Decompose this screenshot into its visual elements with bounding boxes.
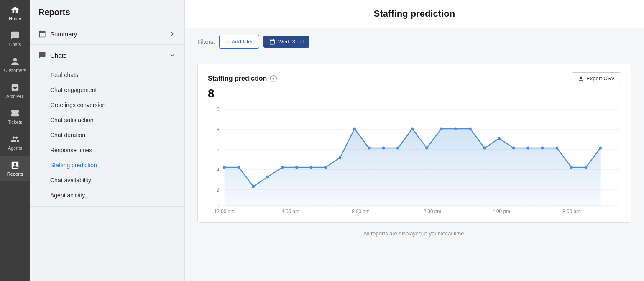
svg-text:2: 2 <box>217 186 220 193</box>
page-title: Staffing prediction <box>185 0 644 28</box>
svg-text:12:00 pm: 12:00 pm <box>421 209 441 214</box>
nav-label-tickets: Tickets <box>8 120 22 125</box>
svg-point-44 <box>585 166 588 169</box>
sidebar-section-summary: Summary <box>30 23 184 45</box>
svg-point-43 <box>570 166 573 169</box>
svg-point-26 <box>324 166 327 169</box>
add-filter-label: Add filter <box>232 38 253 45</box>
svg-point-24 <box>295 166 298 169</box>
export-label: Export CSV <box>586 75 615 82</box>
chart-card: Staffing prediction i Export CSV 8 <box>197 64 631 223</box>
svg-point-38 <box>498 137 501 140</box>
sidebar-chats-label: Chats <box>50 52 66 59</box>
nav-label-chats: Chats <box>9 42 21 47</box>
svg-text:4:00 pm: 4:00 pm <box>492 209 510 214</box>
sidebar-summary-toggle[interactable]: Summary <box>30 23 184 44</box>
chevron-down-icon <box>169 51 176 59</box>
svg-point-41 <box>541 147 544 150</box>
nav-item-agents[interactable]: Agents <box>0 130 30 156</box>
sidebar-item-agent-activity[interactable]: Agent activity <box>30 188 184 203</box>
sidebar-item-chat-satisfaction[interactable]: Chat satisfaction <box>30 112 184 128</box>
nav-label-archives: Archives <box>6 94 24 99</box>
sidebar-item-chat-availability[interactable]: Chat availability <box>30 173 184 188</box>
add-filter-plus-icon: + <box>225 38 229 45</box>
svg-text:0: 0 <box>217 202 220 209</box>
main-scrollable: Staffing prediction i Export CSV 8 <box>185 55 644 281</box>
sidebar-item-chat-duration[interactable]: Chat duration <box>30 128 184 143</box>
nav-item-customers[interactable]: Customers <box>0 52 30 78</box>
footer-note: All reports are displayed in your local … <box>197 223 631 244</box>
add-filter-button[interactable]: + Add filter <box>219 35 259 49</box>
sidebar-chats-toggle[interactable]: Chats <box>30 45 184 66</box>
sidebar-item-staffing-prediction[interactable]: Staffing prediction <box>30 158 184 173</box>
calendar-icon <box>269 39 275 45</box>
svg-point-22 <box>266 176 269 179</box>
svg-point-20 <box>238 166 240 169</box>
filters-label: Filters: <box>197 38 215 45</box>
chart-title-row: Staffing prediction i <box>208 75 277 82</box>
svg-point-30 <box>382 147 385 150</box>
svg-point-32 <box>411 128 414 130</box>
sidebar-chats-left: Chats <box>38 51 66 59</box>
svg-text:4:00 am: 4:00 am <box>281 209 299 214</box>
nav-label-agents: Agents <box>8 146 22 151</box>
sidebar-item-greetings-conversion[interactable]: Greetings conversion <box>30 97 184 112</box>
sidebar: Reports Summary Chats Total chats Chat e… <box>30 0 185 281</box>
svg-point-21 <box>252 185 255 188</box>
nav-item-reports[interactable]: Reports <box>0 156 30 181</box>
chart-title: Staffing prediction <box>208 75 267 82</box>
date-filter-label: Wed, 3 Jul <box>278 38 304 45</box>
chart-container: 10 8 6 4 2 0 12:00 am 4:00 am 8:00 am 12… <box>208 105 621 216</box>
sidebar-section-chats: Chats Total chats Chat engagement Greeti… <box>30 45 184 207</box>
chart-metric-value: 8 <box>208 87 621 100</box>
svg-point-27 <box>339 156 342 159</box>
chevron-right-icon <box>169 30 176 38</box>
sidebar-item-chat-engagement[interactable]: Chat engagement <box>30 82 184 97</box>
svg-text:8:00 am: 8:00 am <box>352 209 370 214</box>
sidebar-header: Reports <box>30 0 184 23</box>
svg-point-33 <box>425 147 428 150</box>
nav-item-home[interactable]: Home <box>0 0 30 26</box>
svg-point-42 <box>555 147 558 150</box>
date-filter-button[interactable]: Wed, 3 Jul <box>263 36 309 48</box>
nav-label-customers: Customers <box>4 68 26 73</box>
svg-point-39 <box>512 147 515 150</box>
line-chart: 10 8 6 4 2 0 12:00 am 4:00 am 8:00 am 12… <box>208 105 621 214</box>
main-content-area: Staffing prediction Filters: + Add filte… <box>185 0 644 281</box>
svg-point-31 <box>396 147 399 150</box>
svg-text:10: 10 <box>213 106 219 112</box>
svg-point-25 <box>310 166 313 169</box>
nav-label-home: Home <box>9 16 21 21</box>
chart-header: Staffing prediction i Export CSV <box>208 72 621 84</box>
svg-point-23 <box>281 166 284 169</box>
svg-point-19 <box>223 166 226 169</box>
nav-item-archives[interactable]: Archives <box>0 78 30 104</box>
sidebar-item-total-chats[interactable]: Total chats <box>30 67 184 82</box>
info-icon[interactable]: i <box>270 75 277 82</box>
svg-point-35 <box>454 128 457 130</box>
svg-point-36 <box>469 128 472 130</box>
nav-item-tickets[interactable]: Tickets <box>0 104 30 130</box>
svg-point-40 <box>526 147 529 150</box>
svg-text:6: 6 <box>217 146 220 153</box>
nav-item-chats[interactable]: Chats <box>0 26 30 52</box>
svg-point-28 <box>353 128 356 130</box>
svg-text:8:00 pm: 8:00 pm <box>562 209 580 214</box>
sidebar-item-response-times[interactable]: Response times <box>30 143 184 158</box>
nav-label-reports: Reports <box>7 171 23 176</box>
svg-point-37 <box>483 147 486 150</box>
svg-point-45 <box>599 147 602 150</box>
sidebar-summary-left: Summary <box>38 30 77 38</box>
svg-point-29 <box>368 147 371 150</box>
filters-bar: Filters: + Add filter Wed, 3 Jul <box>185 28 644 55</box>
svg-text:4: 4 <box>217 166 220 173</box>
svg-point-34 <box>440 128 443 130</box>
sidebar-chats-items: Total chats Chat engagement Greetings co… <box>30 66 184 206</box>
svg-text:8: 8 <box>217 126 220 133</box>
download-icon <box>578 76 584 82</box>
svg-text:12:00 am: 12:00 am <box>214 209 235 214</box>
sidebar-summary-label: Summary <box>50 31 77 38</box>
icon-nav: Home Chats Customers Archives Tickets Ag… <box>0 0 30 281</box>
export-csv-button[interactable]: Export CSV <box>572 72 621 84</box>
